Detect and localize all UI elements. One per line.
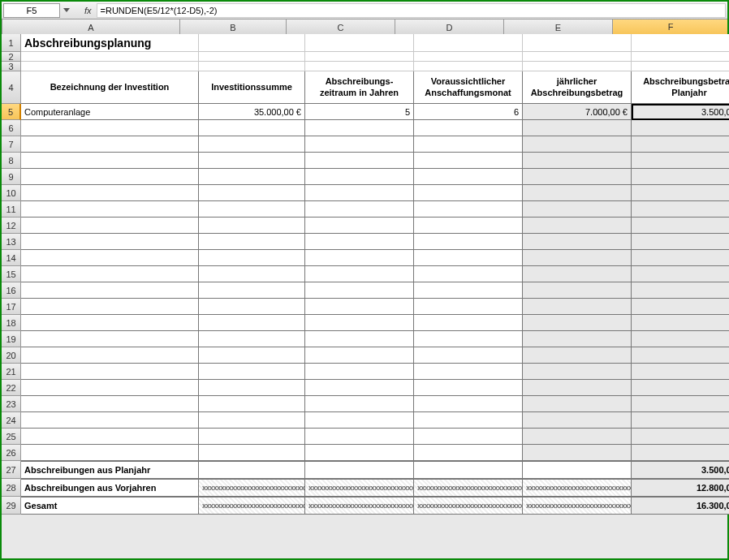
row-header-26[interactable]: 26 [2,445,21,461]
cell-r19-c0[interactable] [21,331,199,347]
cell-r11-c4[interactable] [523,201,632,218]
cell-r10-c2[interactable] [305,185,414,201]
cell-r13-c3[interactable] [414,234,523,250]
cell-r16-c3[interactable] [414,282,523,299]
cell-r12-c3[interactable] [414,218,523,234]
cell-r17-c2[interactable] [305,299,414,315]
row-header-5[interactable]: 5 [2,104,21,120]
cell-r19-c5[interactable] [632,331,729,347]
cell-r6-c4[interactable] [523,120,632,136]
row-header-12[interactable]: 12 [2,218,21,234]
cell-r20-c1[interactable] [199,347,305,364]
cell-r22-c1[interactable] [199,380,305,396]
cell-r2-1[interactable] [199,52,305,62]
row-header-8[interactable]: 8 [2,153,21,169]
cell-r23-c3[interactable] [414,396,523,412]
cell-r10-c5[interactable] [632,185,729,201]
row-header-17[interactable]: 17 [2,299,21,315]
row-header-20[interactable]: 20 [2,347,21,364]
row-header-27[interactable]: 27 [2,461,21,479]
cell-r20-c0[interactable] [21,347,199,364]
row-header-4[interactable]: 4 [2,71,21,104]
cell-header-1[interactable]: Investitionssumme [199,71,305,104]
cell-r16-c5[interactable] [632,282,729,299]
cell-r26-c2[interactable] [305,445,414,461]
cell-r10-c0[interactable] [21,185,199,201]
cell-r12-c4[interactable] [523,218,632,234]
cell-r6-c5[interactable] [632,120,729,136]
cell-r14-c1[interactable] [199,250,305,266]
row-header-1[interactable]: 1 [2,34,21,52]
cell-r22-c4[interactable] [523,380,632,396]
cell-r14-c5[interactable] [632,250,729,266]
cell-r22-c5[interactable] [632,380,729,396]
cell-r24-c2[interactable] [305,412,414,429]
row-header-7[interactable]: 7 [2,136,21,153]
row-header-3[interactable]: 3 [2,62,21,71]
row-header-14[interactable]: 14 [2,250,21,266]
cell-r14-c4[interactable] [523,250,632,266]
cell-r26-c0[interactable] [21,445,199,461]
row-header-6[interactable]: 6 [2,120,21,136]
cell-r21-c0[interactable] [21,364,199,380]
cell-r9-c5[interactable] [632,169,729,185]
cell-header-2[interactable]: Abschreibungs-zeitraum in Jahren [305,71,414,104]
cell-r17-c3[interactable] [414,299,523,315]
cell-r28-2[interactable]: xxxxxxxxxxxxxxxxxxxxxxxxxxxxxxxxxxxxxxxx… [305,479,414,497]
cell-r13-c0[interactable] [21,234,199,250]
cell-r25-c2[interactable] [305,429,414,445]
cell-r29-1[interactable]: xxxxxxxxxxxxxxxxxxxxxxxxxxxxxxxxxxxxxxxx… [199,497,305,515]
cell-r9-c4[interactable] [523,169,632,185]
cell-data-r5-c2[interactable]: 5 [305,104,414,120]
cell-r23-c5[interactable] [632,396,729,412]
cell-header-4[interactable]: jährlicher Abschreibungsbetrag [523,71,632,104]
cell-r9-c1[interactable] [199,169,305,185]
cell-r10-c1[interactable] [199,185,305,201]
cell-r14-c2[interactable] [305,250,414,266]
cell-r27-4[interactable] [523,461,632,479]
name-box[interactable]: F5 [3,3,60,18]
cell-r14-c0[interactable] [21,250,199,266]
cell-r1-5[interactable] [632,34,729,52]
cell-r26-c4[interactable] [523,445,632,461]
cell-r21-c3[interactable] [414,364,523,380]
cell-r25-c5[interactable] [632,429,729,445]
row-header-2[interactable]: 2 [2,52,21,62]
cell-r17-c5[interactable] [632,299,729,315]
cell-r12-c5[interactable] [632,218,729,234]
row-header-16[interactable]: 16 [2,282,21,299]
cell-r21-c1[interactable] [199,364,305,380]
cell-header-5[interactable]: Abschreibungsbetrag Planjahr [632,71,729,104]
cell-title[interactable]: Abschreibungsplanung [21,34,199,52]
col-header-e[interactable]: E [504,19,613,36]
cell-r13-c5[interactable] [632,234,729,250]
cell-r15-c0[interactable] [21,266,199,282]
cell-r29-4[interactable]: xxxxxxxxxxxxxxxxxxxxxxxxxxxxxxxxxxxxxxxx… [523,497,632,515]
cell-r8-c1[interactable] [199,153,305,169]
cell-r24-c1[interactable] [199,412,305,429]
cell-r27-1[interactable] [199,461,305,479]
cell-r23-c0[interactable] [21,396,199,412]
cell-r12-c2[interactable] [305,218,414,234]
row-header-19[interactable]: 19 [2,331,21,347]
cell-r19-c3[interactable] [414,331,523,347]
cell-r3-4[interactable] [523,62,632,71]
cell-r28-val[interactable]: 12.800,00 € [632,479,729,497]
cell-r27-3[interactable] [414,461,523,479]
cell-r10-c4[interactable] [523,185,632,201]
cell-r18-c3[interactable] [414,315,523,331]
cell-r22-c2[interactable] [305,380,414,396]
cell-r18-c1[interactable] [199,315,305,331]
cell-r8-c3[interactable] [414,153,523,169]
cell-r12-c1[interactable] [199,218,305,234]
cell-r27-val[interactable]: 3.500,00 € [632,461,729,479]
row-header-22[interactable]: 22 [2,380,21,396]
chevron-down-icon[interactable] [63,8,70,12]
cell-r13-c1[interactable] [199,234,305,250]
row-header-9[interactable]: 9 [2,169,21,185]
cell-r15-c2[interactable] [305,266,414,282]
cell-r28-1[interactable]: xxxxxxxxxxxxxxxxxxxxxxxxxxxxxxxxxxxxxxxx… [199,479,305,497]
cell-r16-c4[interactable] [523,282,632,299]
row-header-21[interactable]: 21 [2,364,21,380]
row-header-24[interactable]: 24 [2,412,21,429]
